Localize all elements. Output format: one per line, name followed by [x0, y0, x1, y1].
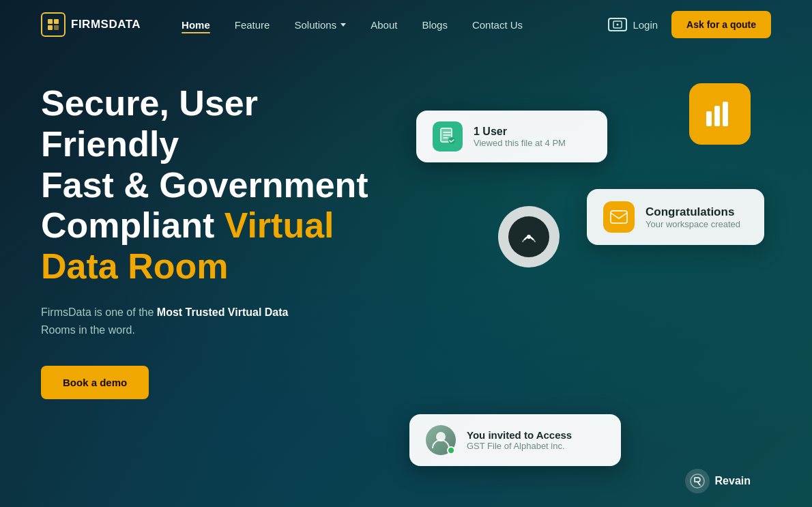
hero-right: 1 User Viewed this file at 4 PM	[396, 83, 771, 507]
signal-icon	[508, 216, 549, 257]
svg-rect-10	[723, 102, 728, 126]
nav-home[interactable]: Home	[182, 19, 210, 31]
chevron-down-icon	[340, 23, 346, 27]
nav-blogs[interactable]: Blogs	[422, 19, 448, 31]
user-sub: Viewed this file at 4 PM	[474, 138, 566, 148]
svg-rect-0	[48, 19, 53, 24]
nav-links: Home Feature Solutions About Blogs Conta…	[182, 19, 608, 31]
ask-quote-button[interactable]: Ask for a qoute	[671, 11, 771, 38]
revain-icon	[685, 469, 710, 493]
svg-rect-13	[611, 211, 627, 223]
svg-point-15	[691, 474, 704, 488]
svg-rect-8	[706, 111, 712, 126]
revain-badge: Revain	[685, 469, 751, 493]
svg-rect-3	[54, 25, 59, 30]
chart-card	[689, 83, 751, 145]
avatar-wrap	[426, 425, 456, 455]
hero-section: Secure, User Friendly Fast & Government …	[0, 49, 812, 507]
congrats-title: Congratulations	[646, 205, 740, 219]
user-count: 1 User	[474, 126, 566, 138]
svg-rect-2	[48, 25, 53, 30]
login-label: Login	[633, 19, 658, 31]
wifi-card	[498, 206, 560, 267]
invited-sub: GST File of Alphabet inc.	[467, 441, 572, 451]
nav-right: Login Ask for a qoute	[608, 11, 771, 38]
user-card-text: 1 User Viewed this file at 4 PM	[474, 126, 566, 148]
invited-card-text: You invited to Access GST File of Alphab…	[467, 429, 572, 451]
nav-solutions[interactable]: Solutions	[294, 19, 346, 31]
logo-text: FIRMSDATA	[71, 18, 141, 31]
book-demo-button[interactable]: Book a demo	[41, 366, 149, 399]
navbar: FIRMSDATA Home Feature Solutions About B…	[0, 0, 812, 49]
congrats-card-text: Congratulations Your workspace created	[646, 205, 740, 229]
hero-title: Secure, User Friendly Fast & Government …	[41, 83, 396, 287]
login-button[interactable]: Login	[608, 18, 658, 31]
logo[interactable]: FIRMSDATA	[41, 12, 141, 37]
svg-rect-1	[54, 19, 59, 24]
congrats-sub: Your workspace created	[646, 219, 740, 229]
logo-icon	[41, 12, 66, 37]
chart-bars-icon	[702, 96, 738, 132]
nav-feature[interactable]: Feature	[235, 19, 270, 31]
file-icon	[433, 121, 463, 151]
svg-point-5	[617, 24, 619, 26]
hero-subtitle: FirmsData is one of the Most Trusted Vir…	[41, 304, 314, 338]
revain-label: Revain	[715, 475, 751, 487]
nav-contact[interactable]: Contact Us	[472, 19, 523, 31]
invited-card: You invited to Access GST File of Alphab…	[409, 414, 621, 466]
hero-left: Secure, User Friendly Fast & Government …	[41, 83, 396, 507]
login-icon	[608, 18, 627, 31]
online-indicator	[447, 446, 455, 454]
email-icon	[603, 201, 635, 233]
invited-title: You invited to Access	[467, 429, 572, 441]
nav-about[interactable]: About	[371, 19, 397, 31]
svg-rect-9	[714, 106, 720, 126]
congrats-card: Congratulations Your workspace created	[587, 189, 764, 245]
user-card: 1 User Viewed this file at 4 PM	[416, 111, 607, 162]
